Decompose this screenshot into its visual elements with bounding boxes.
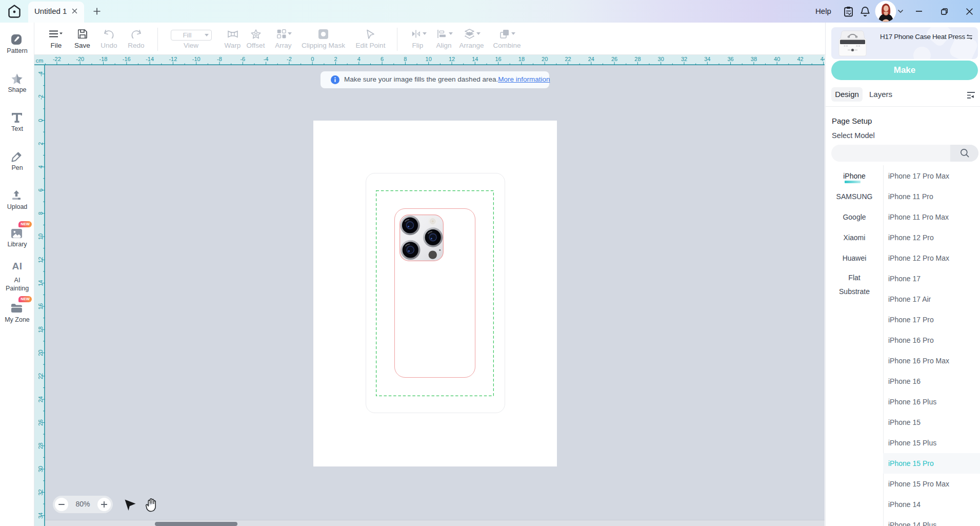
svg-text:20: 20 (542, 56, 548, 62)
svg-text:0: 0 (37, 119, 44, 122)
svg-text:14: 14 (37, 280, 44, 286)
svg-text:-22: -22 (53, 56, 61, 62)
svg-text:22: 22 (37, 373, 44, 379)
svg-text:8: 8 (37, 212, 44, 215)
svg-text:34: 34 (704, 56, 710, 62)
svg-text:18: 18 (37, 326, 44, 333)
svg-text:cm: cm (36, 57, 44, 64)
svg-text:18: 18 (518, 56, 525, 62)
svg-text:-10: -10 (192, 56, 201, 62)
svg-text:6: 6 (381, 56, 384, 62)
svg-text:28: 28 (634, 56, 641, 62)
svg-text:2: 2 (334, 56, 337, 62)
svg-text:0: 0 (311, 56, 314, 62)
svg-text:24: 24 (37, 396, 44, 402)
svg-text:16: 16 (37, 303, 44, 309)
svg-text:6: 6 (37, 188, 44, 191)
svg-text:-12: -12 (169, 56, 177, 62)
svg-text:28: 28 (37, 443, 44, 449)
svg-text:-8: -8 (217, 56, 222, 62)
svg-text:32: 32 (37, 489, 44, 495)
svg-text:40: 40 (774, 56, 780, 62)
svg-text:34: 34 (37, 513, 44, 519)
svg-text:-6: -6 (240, 56, 245, 62)
svg-text:-14: -14 (146, 56, 154, 62)
svg-text:-16: -16 (123, 56, 131, 62)
svg-text:-20: -20 (76, 56, 84, 62)
svg-text:-2: -2 (37, 94, 44, 100)
svg-text:36: 36 (727, 56, 733, 62)
svg-text:4: 4 (37, 165, 44, 168)
svg-text:30: 30 (37, 466, 44, 472)
svg-text:2: 2 (37, 142, 44, 145)
svg-text:16: 16 (495, 56, 501, 62)
svg-text:10: 10 (426, 56, 432, 62)
svg-text:30: 30 (658, 56, 664, 62)
svg-text:38: 38 (751, 56, 757, 62)
svg-text:4: 4 (357, 56, 361, 62)
svg-text:14: 14 (472, 56, 478, 62)
svg-text:-18: -18 (99, 56, 108, 62)
svg-text:26: 26 (37, 419, 44, 425)
svg-text:10: 10 (37, 233, 44, 240)
svg-text:-2: -2 (287, 56, 292, 62)
svg-text:-4: -4 (37, 71, 44, 76)
svg-text:22: 22 (565, 56, 571, 62)
svg-text:8: 8 (404, 56, 407, 62)
svg-text:26: 26 (611, 56, 617, 62)
svg-text:42: 42 (797, 56, 803, 62)
svg-text:12: 12 (449, 56, 455, 62)
svg-text:20: 20 (37, 349, 44, 356)
svg-text:-4: -4 (264, 56, 269, 62)
svg-text:24: 24 (588, 56, 594, 62)
svg-text:44: 44 (821, 56, 825, 62)
svg-text:32: 32 (681, 56, 687, 62)
svg-text:12: 12 (37, 257, 44, 263)
